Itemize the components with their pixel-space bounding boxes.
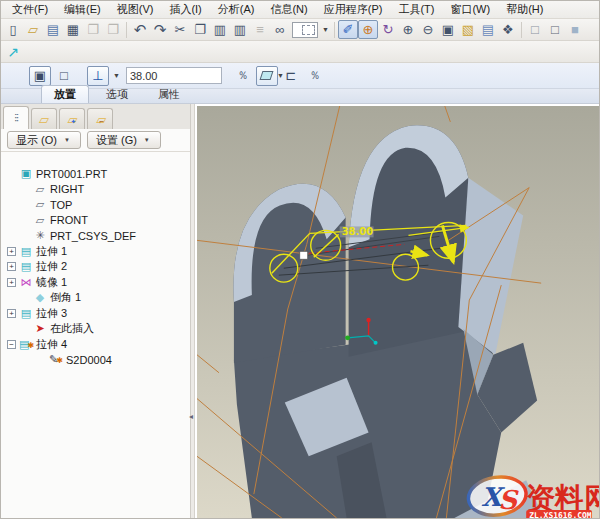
save-file-icon[interactable]: ▤ bbox=[43, 20, 63, 39]
menu-analysis[interactable]: 分析(A) bbox=[210, 1, 263, 18]
menu-edit[interactable]: 编辑(E) bbox=[56, 1, 109, 18]
splitter-collapse-icon[interactable]: ◂ bbox=[189, 412, 193, 421]
selection-filter-dropdown-icon[interactable]: ▼ bbox=[320, 26, 331, 33]
refit-icon[interactable]: ▣ bbox=[438, 20, 458, 39]
solid-toggle-button[interactable]: ▣ bbox=[29, 66, 51, 86]
paste-special-icon[interactable]: ▥ bbox=[230, 20, 250, 39]
spin-center-icon[interactable]: ⊕ bbox=[358, 20, 378, 39]
selection-filter-icon bbox=[302, 25, 315, 35]
redo-icon[interactable]: ↷ bbox=[150, 20, 170, 39]
tree-item-mirror-1[interactable]: +⋈镜像 1 bbox=[7, 275, 190, 291]
orient-mode-icon[interactable]: ↻ bbox=[378, 20, 398, 39]
tree-item-insert-here[interactable]: ➤在此插入 bbox=[7, 321, 190, 337]
hidden-line-display-icon[interactable]: □ bbox=[545, 20, 565, 39]
menu-window[interactable]: 窗口(W) bbox=[442, 1, 498, 18]
remove-material-icon bbox=[260, 71, 274, 80]
extrude-feature-icon: ▤ bbox=[19, 260, 33, 273]
print-icon[interactable]: ▦ bbox=[63, 20, 83, 39]
datum-plane-icon: ▱ bbox=[33, 198, 47, 211]
main-toolbar: ▯ ▱ ▤ ▦ ❐ ❐ ↶ ↷ ✂ ❐ ▥ ▥ ≡ ∞ ▼ ✐ ⊕ ↻ ⊕ ⊖ … bbox=[1, 19, 599, 41]
tab-model-tree[interactable]: ⫶⫶ bbox=[3, 106, 29, 129]
depth-dimension-label[interactable]: 38.00 bbox=[342, 226, 374, 237]
expand-icon[interactable]: + bbox=[7, 262, 16, 271]
menu-info[interactable]: 信息(N) bbox=[262, 1, 315, 18]
surface-toggle-button[interactable]: □ bbox=[53, 66, 75, 86]
tree-item-front-plane[interactable]: ▱FRONT bbox=[7, 213, 190, 229]
application-window: 文件(F) 编辑(E) 视图(V) 插入(I) 分析(A) 信息(N) 应用程序… bbox=[0, 0, 600, 519]
menu-insert[interactable]: 插入(I) bbox=[161, 1, 209, 18]
part-icon: ▣ bbox=[19, 167, 33, 180]
toolbar-separator bbox=[334, 22, 335, 38]
layers-icon[interactable]: ▤ bbox=[478, 20, 498, 39]
find-icon[interactable]: ∞ bbox=[270, 20, 290, 39]
mirror-feature-icon: ⋈ bbox=[19, 276, 33, 289]
copy-icon[interactable]: ❐ bbox=[190, 20, 210, 39]
collapse-icon[interactable]: − bbox=[7, 340, 16, 349]
navigator-tab-strip: ⫶⫶ ▱ ▱✦ ▱⌐ bbox=[1, 104, 190, 129]
menu-tools[interactable]: 工具(T) bbox=[390, 1, 442, 18]
tree-item-top-plane[interactable]: ▱TOP bbox=[7, 197, 190, 213]
tree-item-extrude-3[interactable]: +▤拉伸 3 bbox=[7, 306, 190, 322]
feature-dashboard: ▣ □ ⊥ ▼ ▼ ％ ⊏ ％ bbox=[1, 63, 599, 89]
depth-option-dropdown-icon[interactable]: ▼ bbox=[111, 72, 122, 79]
tab-placement[interactable]: 放置 bbox=[41, 85, 89, 103]
depth-option-button[interactable]: ⊥ bbox=[87, 66, 109, 86]
zoom-in-icon[interactable]: ⊕ bbox=[398, 20, 418, 39]
settings-button[interactable]: 设置 (G)▼ bbox=[87, 131, 161, 149]
show-button[interactable]: 显示 (O)▼ bbox=[7, 131, 81, 149]
drag-handle[interactable] bbox=[300, 251, 308, 259]
graphics-viewport[interactable]: 38.00 X S 资料网 bbox=[195, 104, 599, 518]
new-file-icon[interactable]: ▯ bbox=[3, 20, 23, 39]
tree-item-extrude-4[interactable]: −▤✱拉伸 4 bbox=[7, 337, 190, 353]
undo-icon[interactable]: ↶ bbox=[130, 20, 150, 39]
tab-properties[interactable]: 属性 bbox=[145, 85, 193, 103]
cut-icon[interactable]: ✂ bbox=[170, 20, 190, 39]
expand-icon[interactable]: + bbox=[7, 278, 16, 287]
depth-value-combo[interactable]: ▼ bbox=[126, 67, 222, 84]
toolbar-separator bbox=[126, 22, 127, 38]
save-copy-icon[interactable]: ❐ bbox=[83, 20, 103, 39]
tree-item-right-plane[interactable]: ▱RIGHT bbox=[7, 182, 190, 198]
wireframe-display-icon[interactable]: □ bbox=[525, 20, 545, 39]
shaded-display-icon[interactable]: ■ bbox=[565, 20, 585, 39]
view-manager-icon[interactable]: ❖ bbox=[498, 20, 518, 39]
extrude-feature-pending-icon: ▤✱ bbox=[19, 338, 33, 351]
watermark: X S 资料网 ZL.XS1616.COM bbox=[466, 473, 599, 518]
flip-direction-icon[interactable]: ％ bbox=[232, 66, 254, 86]
zoom-out-icon[interactable]: ⊖ bbox=[418, 20, 438, 39]
tree-item-csys[interactable]: ✳PRT_CSYS_DEF bbox=[7, 228, 190, 244]
format-icon[interactable]: ≡ bbox=[250, 20, 270, 39]
tab-folder-browser[interactable]: ▱ bbox=[31, 108, 57, 129]
expand-icon[interactable]: + bbox=[7, 247, 16, 256]
show-dropdown-icon: ▼ bbox=[62, 137, 72, 143]
menu-help[interactable]: 帮助(H) bbox=[498, 1, 551, 18]
tree-item-extrude-2[interactable]: +▤拉伸 2 bbox=[7, 259, 190, 275]
tab-connections[interactable]: ▱⌐ bbox=[87, 108, 113, 129]
tree-item-extrude-1[interactable]: +▤拉伸 1 bbox=[7, 244, 190, 260]
tree-item-sketch[interactable]: ✎✱S2D0004 bbox=[7, 352, 190, 368]
part-model[interactable] bbox=[233, 125, 544, 518]
flip-material-side-icon[interactable]: ％ bbox=[304, 66, 326, 86]
navigator-buttons: 显示 (O)▼ 设置 (G)▼ bbox=[1, 129, 190, 152]
selection-filter-box[interactable] bbox=[292, 22, 318, 38]
menu-file[interactable]: 文件(F) bbox=[4, 1, 56, 18]
extrude-tool-icon[interactable]: ↗ bbox=[3, 42, 23, 61]
named-views-icon[interactable]: ▧ bbox=[458, 20, 478, 39]
tab-favorites[interactable]: ▱✦ bbox=[59, 108, 85, 129]
remove-material-button[interactable] bbox=[256, 66, 278, 86]
backup-icon[interactable]: ❐ bbox=[103, 20, 123, 39]
insert-here-icon: ➤ bbox=[33, 322, 47, 335]
dashboard-tab-strip: 放置 选项 属性 bbox=[1, 89, 599, 104]
expand-icon[interactable]: + bbox=[7, 309, 16, 318]
paste-icon[interactable]: ▥ bbox=[210, 20, 230, 39]
toolbar-separator bbox=[521, 22, 522, 38]
tree-item-part[interactable]: ▣PRT0001.PRT bbox=[7, 166, 190, 182]
menu-applications[interactable]: 应用程序(P) bbox=[316, 1, 391, 18]
tab-options[interactable]: 选项 bbox=[93, 85, 141, 103]
open-file-icon[interactable]: ▱ bbox=[23, 20, 43, 39]
repaint-icon[interactable]: ✐ bbox=[338, 20, 358, 39]
extrude-feature-icon: ▤ bbox=[19, 245, 33, 258]
tree-item-chamfer-1[interactable]: ◆倒角 1 bbox=[7, 290, 190, 306]
thin-feature-icon[interactable]: ⊏ bbox=[280, 66, 302, 86]
menu-view[interactable]: 视图(V) bbox=[109, 1, 162, 18]
